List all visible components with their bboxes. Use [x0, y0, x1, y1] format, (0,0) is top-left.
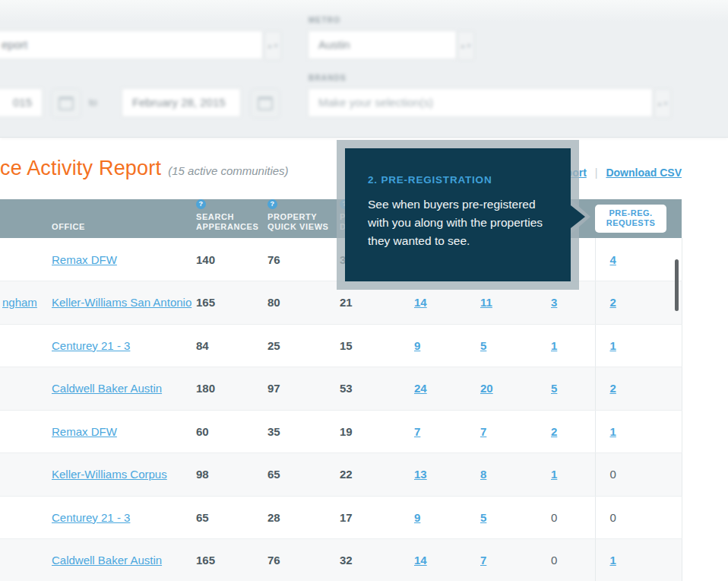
table-row: Centurey 21 - 38425159511 — [0, 324, 682, 367]
metric-link[interactable]: 24 — [414, 382, 427, 395]
filter-panel: eport ▲▼ METRO Austin ▲▼ 015 to February… — [0, 0, 728, 138]
prereg-cell: 0 — [595, 453, 682, 497]
metric-cell: 9 — [412, 496, 478, 539]
agent-cell-empty — [0, 496, 49, 539]
metric-value: 32 — [340, 554, 353, 567]
table-row: Centurey 21 - 36528179500 — [0, 496, 682, 539]
metric-link[interactable]: 8 — [480, 468, 486, 481]
metric-link[interactable]: 3 — [551, 296, 557, 309]
report-type-select[interactable]: eport — [0, 30, 263, 59]
metric-cell: 7 — [412, 410, 478, 453]
date-to-input[interactable]: February 28, 2015 — [122, 88, 241, 117]
table-row: Caldwell Baker Austin165763214701 — [0, 539, 682, 581]
metric-link[interactable]: 2 — [551, 425, 557, 438]
prereg-link[interactable]: 4 — [610, 253, 616, 266]
metric-cell: 1 — [549, 453, 595, 497]
column-header-agent — [0, 199, 49, 238]
agent-cell-empty — [0, 539, 49, 581]
agent-cell: ngham — [0, 281, 49, 325]
table-row: Keller-Williams Corpus98652213810 — [0, 453, 682, 497]
prereg-link[interactable]: 1 — [610, 554, 616, 567]
agent-cell-empty — [0, 367, 49, 411]
metric-link[interactable]: 9 — [414, 339, 420, 352]
metric-link[interactable]: 14 — [414, 554, 427, 567]
page-subtitle: (15 active communities) — [168, 164, 288, 177]
metric-value: 76 — [267, 253, 280, 266]
metric-cell: 76 — [265, 539, 337, 581]
metric-cell: 98 — [194, 453, 265, 497]
metric-value: 0 — [551, 554, 557, 567]
office-link[interactable]: Caldwell Baker Austin — [52, 382, 162, 395]
prereg-link[interactable]: 2 — [610, 382, 616, 395]
metro-select[interactable]: Austin — [308, 30, 457, 59]
prereg-requests-header-pill: PRE-REG. REQUESTS — [595, 205, 666, 233]
metric-value: 35 — [267, 425, 280, 438]
metric-link[interactable]: 5 — [480, 339, 486, 352]
metric-link[interactable]: 7 — [480, 425, 486, 438]
metric-cell: 5 — [478, 324, 549, 367]
prereg-link[interactable]: 2 — [610, 296, 616, 309]
calendar-icon — [258, 97, 273, 110]
help-icon[interactable]: ? — [267, 199, 277, 209]
metric-link[interactable]: 9 — [414, 511, 420, 524]
date-from-input[interactable]: 015 — [0, 88, 43, 117]
metric-cell: 165 — [194, 539, 265, 581]
metric-cell: 35 — [265, 410, 337, 453]
agent-link[interactable]: ngham — [2, 296, 37, 309]
metric-link[interactable]: 11 — [480, 296, 492, 309]
metric-link[interactable]: 20 — [480, 382, 493, 395]
metric-value: 80 — [267, 296, 280, 309]
column-header-search-apperances: ?SEARCH APPERANCES — [194, 199, 265, 238]
office-link[interactable]: Remax DFW — [52, 253, 117, 266]
metric-value: 97 — [267, 382, 280, 395]
office-link[interactable]: Caldwell Baker Austin — [52, 554, 162, 567]
metric-cell: 20 — [478, 367, 549, 411]
header-label: SEARCH APPERANCES — [196, 212, 265, 232]
calendar-to-button[interactable] — [251, 89, 280, 118]
office-link[interactable]: Centurey 21 - 3 — [52, 339, 130, 352]
vertical-scrollbar-thumb[interactable] — [675, 259, 679, 311]
prereg-cell: 1 — [595, 539, 682, 581]
calendar-icon — [59, 97, 74, 110]
metric-cell: 7 — [478, 539, 549, 581]
metric-cell: 2 — [549, 410, 595, 453]
office-link[interactable]: Remax DFW — [52, 425, 117, 438]
metric-cell: 140 — [194, 238, 265, 281]
brands-multiselect[interactable]: Make your selection(s) — [308, 88, 653, 117]
office-link[interactable]: Centurey 21 - 3 — [52, 511, 130, 524]
office-cell: Centurey 21 - 3 — [49, 496, 194, 539]
tooltip-body: See when buyers pre-registered with you … — [368, 195, 556, 250]
metric-value: 0 — [551, 511, 557, 524]
table-row: Caldwell Baker Austin1809753242052 — [0, 367, 682, 411]
office-link[interactable]: Keller-Williams San Antonio — [52, 296, 191, 309]
metric-link[interactable]: 1 — [551, 339, 557, 352]
office-cell: Keller-Williams Corpus — [49, 453, 194, 497]
metric-cell: 8 — [478, 453, 549, 497]
calendar-from-button[interactable] — [52, 89, 81, 118]
metric-link[interactable]: 5 — [551, 382, 557, 395]
metric-value: 15 — [340, 339, 353, 352]
agent-cell-empty — [0, 324, 49, 367]
metric-cell: 165 — [194, 281, 265, 325]
metric-value: 98 — [196, 468, 209, 481]
metric-link[interactable]: 1 — [551, 468, 557, 481]
metric-link[interactable]: 7 — [414, 425, 420, 438]
tooltip-title: 2. PRE-REGISTRATION — [368, 174, 551, 186]
prereg-link[interactable]: 1 — [610, 339, 616, 352]
column-header-property-quick-views: ?PROPERTY QUICK VIEWS — [265, 199, 337, 238]
metric-cell: 19 — [337, 410, 412, 453]
metric-link[interactable]: 5 — [480, 511, 486, 524]
download-csv-link[interactable]: Download CSV — [606, 167, 682, 179]
metric-link[interactable]: 7 — [480, 554, 486, 567]
prereg-cell: 2 — [595, 281, 682, 325]
report-select-spinner-icon[interactable]: ▲▼ — [264, 31, 281, 60]
brands-select-spinner-icon[interactable]: ▲▼ — [654, 89, 671, 118]
help-icon[interactable]: ? — [196, 199, 206, 209]
metric-cell: 32 — [337, 539, 412, 581]
metro-select-spinner-icon[interactable]: ▲▼ — [457, 31, 474, 60]
prereg-link[interactable]: 1 — [610, 425, 616, 438]
metric-link[interactable]: 14 — [414, 296, 427, 309]
office-link[interactable]: Keller-Williams Corpus — [52, 468, 167, 481]
brands-label: BRANDS — [309, 74, 347, 82]
metric-link[interactable]: 13 — [414, 468, 427, 481]
